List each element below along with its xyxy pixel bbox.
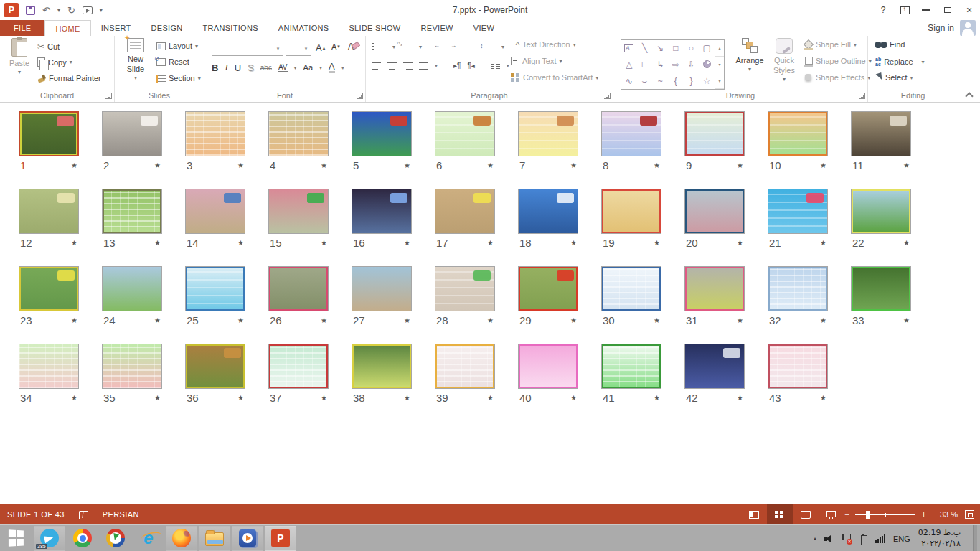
shape-gallery-item[interactable]: ⌣ <box>637 72 653 89</box>
columns-button[interactable] <box>491 62 500 70</box>
animation-star-icon[interactable]: ★ <box>487 394 494 402</box>
shapes-gallery-scrollbar[interactable]: ▴▾▾ <box>715 39 725 90</box>
slide-34-thumbnail[interactable] <box>19 344 79 389</box>
slide-32-thumbnail[interactable] <box>768 266 828 311</box>
slide-show-button[interactable] <box>819 504 844 524</box>
shape-gallery-item[interactable]: ╲ <box>637 40 653 57</box>
line-spacing-button[interactable] <box>485 43 494 51</box>
slide-13-thumbnail[interactable] <box>102 189 162 234</box>
slide-28-thumbnail[interactable] <box>435 266 495 311</box>
sign-in-link[interactable]: Sign in <box>928 23 954 33</box>
battery-icon[interactable] <box>859 534 867 544</box>
slide-3-thumbnail[interactable] <box>185 111 245 156</box>
slide-thumbnail-cell[interactable]: 7★ <box>518 111 578 171</box>
animation-star-icon[interactable]: ★ <box>404 161 410 169</box>
shape-gallery-item[interactable]: ☆ <box>699 72 715 89</box>
taskbar-chrome[interactable] <box>67 526 98 551</box>
show-hidden-icons-button[interactable]: ▴ <box>814 535 816 542</box>
select-button[interactable]: Select ▾ <box>875 73 913 82</box>
slide-thumbnail-cell[interactable]: 14★ <box>185 189 245 249</box>
arrange-button[interactable]: Arrange ▾ <box>732 38 767 73</box>
zoom-in-button[interactable]: + <box>921 509 926 519</box>
taskbar-media-player[interactable] <box>232 526 263 551</box>
slide-thumbnail-cell[interactable]: 27★ <box>352 266 412 326</box>
animation-star-icon[interactable]: ★ <box>487 161 494 169</box>
justify-button[interactable] <box>419 62 428 70</box>
slide-29-thumbnail[interactable] <box>518 266 578 311</box>
minimize-button[interactable] <box>915 1 937 19</box>
slide-18-thumbnail[interactable] <box>518 189 578 234</box>
slide-7-thumbnail[interactable] <box>518 111 578 156</box>
slide-thumbnail-cell[interactable]: 6★ <box>435 111 495 171</box>
animation-star-icon[interactable]: ★ <box>820 316 826 324</box>
tab-transitions[interactable]: TRANSITIONS <box>193 20 268 36</box>
animation-star-icon[interactable]: ★ <box>654 239 660 247</box>
slide-thumbnail-cell[interactable]: 38★ <box>352 344 412 404</box>
animation-star-icon[interactable]: ★ <box>154 161 161 169</box>
slide-thumbnail-cell[interactable]: 23★ <box>19 266 79 326</box>
slide-thumbnail-cell[interactable]: 41★ <box>601 344 661 404</box>
slide-thumbnail-cell[interactable]: 33★ <box>851 266 911 326</box>
shape-gallery-item[interactable]: } <box>684 72 699 89</box>
shape-gallery-item[interactable]: { <box>668 72 684 89</box>
underline-button[interactable]: U <box>235 62 241 73</box>
animation-star-icon[interactable]: ★ <box>321 394 327 402</box>
slide-thumbnail-cell[interactable]: 26★ <box>268 266 329 326</box>
animation-star-icon[interactable]: ★ <box>404 316 410 324</box>
save-icon[interactable] <box>26 6 35 15</box>
zoom-out-button[interactable]: − <box>844 509 849 519</box>
animation-star-icon[interactable]: ★ <box>154 239 161 247</box>
slide-16-thumbnail[interactable] <box>352 189 412 234</box>
slide-thumbnail-cell[interactable]: 16★ <box>352 189 412 249</box>
slide-2-thumbnail[interactable] <box>102 111 162 156</box>
zoom-percentage[interactable]: 33 % <box>930 510 958 519</box>
animation-star-icon[interactable]: ★ <box>737 394 743 402</box>
undo-icon[interactable]: ↶ <box>42 6 50 15</box>
quick-styles-button[interactable]: Quick Styles ▾ <box>768 38 800 83</box>
slide-17-thumbnail[interactable] <box>435 189 495 234</box>
animation-star-icon[interactable]: ★ <box>903 316 910 324</box>
tab-animations[interactable]: ANIMATIONS <box>268 20 339 36</box>
find-button[interactable]: Find <box>875 40 905 49</box>
undo-caret-icon[interactable]: ▾ <box>57 7 60 14</box>
increase-indent-button[interactable] <box>457 43 466 51</box>
taskbar-powerpoint[interactable]: P <box>265 526 296 551</box>
account-avatar[interactable] <box>960 20 976 36</box>
collapse-ribbon-button[interactable] <box>966 92 973 98</box>
slide-thumbnail-cell[interactable]: 39★ <box>435 344 495 404</box>
restore-button[interactable] <box>937 1 958 19</box>
animation-star-icon[interactable]: ★ <box>654 394 660 402</box>
replace-button[interactable]: abac Replace ▾ <box>875 57 925 67</box>
animation-star-icon[interactable]: ★ <box>487 239 494 247</box>
animation-star-icon[interactable]: ★ <box>570 316 577 324</box>
slide-thumbnail-cell[interactable]: 28★ <box>435 266 495 326</box>
slide-8-thumbnail[interactable] <box>601 111 661 156</box>
animation-star-icon[interactable]: ★ <box>237 161 244 169</box>
text-shadow-button[interactable]: S <box>248 62 254 73</box>
animation-star-icon[interactable]: ★ <box>737 316 743 324</box>
taskbar-idm[interactable] <box>100 526 131 551</box>
slide-43-thumbnail[interactable] <box>768 344 828 389</box>
animation-star-icon[interactable]: ★ <box>404 394 410 402</box>
animation-star-icon[interactable]: ★ <box>487 316 494 324</box>
slide-thumbnail-cell[interactable]: 17★ <box>435 189 495 249</box>
close-button[interactable]: × <box>958 1 980 19</box>
clear-formatting-button[interactable] <box>348 42 359 52</box>
slide-thumbnail-cell[interactable]: 32★ <box>768 266 828 326</box>
animation-star-icon[interactable]: ★ <box>237 316 244 324</box>
tab-review[interactable]: REVIEW <box>411 20 463 36</box>
font-dialog-launcher[interactable] <box>357 93 363 99</box>
copy-button[interactable]: Copy ▾ <box>37 57 72 67</box>
animation-star-icon[interactable]: ★ <box>654 316 660 324</box>
shape-gallery-item[interactable]: □ <box>668 40 684 57</box>
tab-slide-show[interactable]: SLIDE SHOW <box>339 20 410 36</box>
show-desktop-button[interactable] <box>973 525 977 551</box>
shape-gallery-item[interactable]: ↳ <box>652 57 668 73</box>
right-to-left-button[interactable]: ¶◂ <box>467 62 474 70</box>
reset-button[interactable]: Reset <box>156 57 189 66</box>
zoom-slider[interactable] <box>855 514 915 515</box>
slide-thumbnail-cell[interactable]: 5★ <box>352 111 412 171</box>
gallery-scroll-button[interactable]: ▾ <box>715 72 724 89</box>
shape-gallery-item[interactable]: ~ <box>652 72 668 89</box>
tab-insert[interactable]: INSERT <box>91 20 141 36</box>
